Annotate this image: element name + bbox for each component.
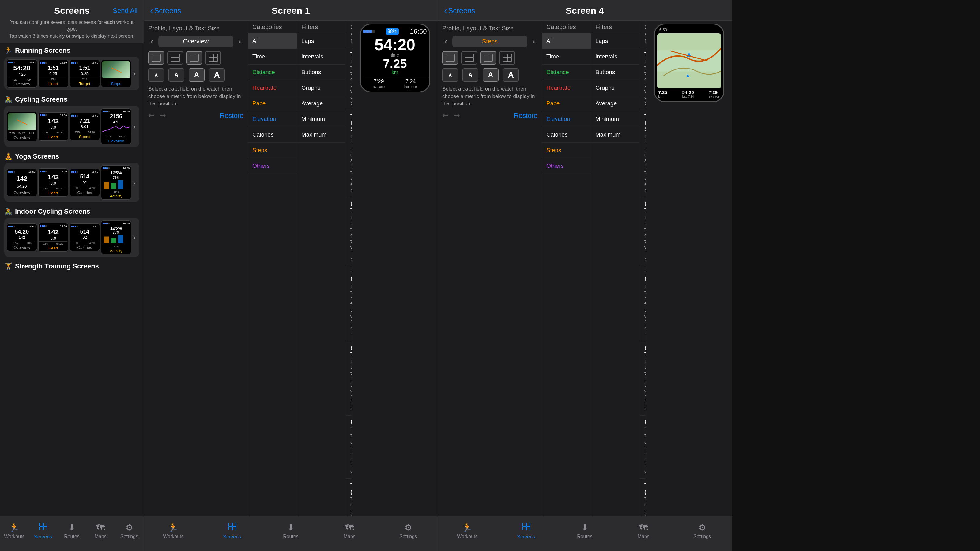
metric-time-seconds[interactable]: TIME IN SECONDS The total number of seco… — [346, 110, 352, 197]
p3-cat-all[interactable]: All — [542, 33, 591, 49]
p3-cat-calories[interactable]: Calories — [542, 127, 591, 143]
cycling-screen-overview[interactable]: 7.2554:207.21 Overview — [7, 112, 37, 141]
cat-others[interactable]: Others — [248, 158, 297, 174]
p3-metric-time[interactable]: TIME The total time of the workout, excl… — [640, 48, 646, 110]
p3-filter-laps[interactable]: Laps — [591, 33, 640, 49]
p3-cat-others[interactable]: Others — [542, 158, 591, 174]
cat-steps[interactable]: Steps — [248, 143, 297, 158]
cat-calories[interactable]: Calories — [248, 127, 297, 143]
layout-next-button[interactable]: › — [236, 35, 243, 48]
metric-finish-time[interactable]: FINISH TIME The estimated finish time fo… — [346, 416, 352, 479]
p3-redo-button[interactable]: ↪ — [453, 111, 460, 120]
p3-restore-button[interactable]: Restore — [514, 112, 538, 120]
layout-current-label[interactable]: Overview — [158, 35, 234, 48]
filter-intervals[interactable]: Intervals — [297, 49, 346, 65]
p2-nav-maps[interactable]: 🗺 Maps — [337, 522, 362, 539]
p3-filter-minimum[interactable]: Minimum — [591, 111, 640, 127]
filter-average[interactable]: Average — [297, 96, 346, 111]
p3-text-size-lg[interactable]: A — [503, 68, 519, 82]
text-size-xs[interactable]: A — [148, 68, 164, 82]
p2-nav-screens[interactable]: Screens — [220, 522, 244, 540]
p3-metric-time-remaining[interactable]: TIME REMAINING The time remaining for th… — [640, 266, 646, 341]
filter-maximum[interactable]: Maximum — [297, 127, 346, 143]
cycling-screen-elevation[interactable]: 16:50 2156 473 7'2554:20 Elevation — [101, 108, 131, 144]
p3-filter-graphs[interactable]: Graphs — [591, 80, 640, 96]
p3-layout-current-label[interactable]: Steps — [452, 35, 528, 48]
text-size-lg[interactable]: A — [209, 68, 225, 82]
layout-icon-landscape[interactable] — [167, 51, 183, 65]
p3-metric-time-hhmm[interactable]: TIME (HH:MM) The current time (in Hours … — [640, 479, 646, 516]
yoga-screen-heart[interactable]: 16:50 142 3.0 15654:20 Heart — [38, 168, 68, 197]
p3-layout-icon-dual[interactable] — [480, 51, 496, 65]
running-screen-heart[interactable]: 16:50 1:51 0.25 7'24 Heart — [38, 60, 68, 87]
p3-nav-screens[interactable]: Screens — [514, 522, 538, 540]
p2-nav-workouts[interactable]: 🏃 Workouts — [161, 522, 186, 539]
nav-routes[interactable]: ⬇ Routes — [59, 522, 84, 539]
p3-filter-buttons[interactable]: Buttons — [591, 65, 640, 80]
text-size-md[interactable]: A — [189, 68, 205, 82]
indoor-cycling-screen-activity[interactable]: 16:50 125% 75% 33% Activity — [101, 221, 131, 255]
p3-metric-elapsed-time[interactable]: ELAPSED TIME The total time of the worko… — [640, 197, 646, 266]
p3-layout-next-button[interactable]: › — [530, 35, 538, 48]
p3-cat-distance[interactable]: Distance — [542, 65, 591, 80]
running-screen-target[interactable]: 16:50 1:51 0.25 7'24 Target — [70, 60, 100, 87]
p3-cat-time[interactable]: Time — [542, 49, 591, 65]
metric-estimated-time[interactable]: ESTIMATED TIME The total time for the wo… — [346, 341, 352, 416]
cycling-screen-speed[interactable]: 16:50 7.21 8.01 7'2554:20 Speed — [70, 113, 100, 140]
p3-cat-steps[interactable]: Steps — [542, 143, 591, 158]
p3-metric-time-seconds[interactable]: TIME IN SECONDS The total number of seco… — [640, 110, 646, 197]
p3-nav-routes[interactable]: ⬇ Routes — [573, 522, 597, 539]
p3-nav-maps[interactable]: 🗺 Maps — [631, 522, 656, 539]
p3-nav-workouts[interactable]: 🏃 Workouts — [455, 522, 480, 539]
panel2-back-button[interactable]: ‹ Screens — [150, 6, 181, 16]
filter-graphs[interactable]: Graphs — [297, 80, 346, 96]
cat-elevation[interactable]: Elevation — [248, 111, 297, 127]
p3-metric-finish-time[interactable]: FINISH TIME The estimated finish time fo… — [640, 416, 646, 479]
panel3-back-button[interactable]: ‹ Screens — [444, 6, 475, 16]
p3-layout-icon-landscape[interactable] — [461, 51, 477, 65]
indoor-cycling-screen-calories[interactable]: 16:50 514 92 60654:20 Calories — [70, 224, 100, 251]
nav-settings[interactable]: ⚙ Settings — [117, 522, 142, 539]
yoga-chevron[interactable]: › — [132, 179, 137, 186]
p3-cat-pace[interactable]: Pace — [542, 96, 591, 111]
p3-filter-intervals[interactable]: Intervals — [591, 49, 640, 65]
nav-maps[interactable]: 🗺 Maps — [88, 522, 113, 539]
p2-nav-settings[interactable]: ⚙ Settings — [396, 522, 420, 539]
undo-button[interactable]: ↩ — [148, 111, 155, 120]
indoor-cycling-screen-overview[interactable]: 16:50 54:20 142 75%606 Overview — [7, 224, 37, 251]
restore-button[interactable]: Restore — [220, 112, 243, 120]
layout-prev-button[interactable]: ‹ — [148, 35, 156, 48]
p3-text-size-md[interactable]: A — [483, 68, 499, 82]
indoor-cycling-screen-heart[interactable]: 16:50 142 3.0 15654:20 Heart — [38, 223, 68, 251]
yoga-screen-overview[interactable]: 16:50 142 54:20 Overview — [7, 169, 37, 196]
p3-undo-button[interactable]: ↩ — [442, 111, 449, 120]
p3-metric-estimated-time[interactable]: ESTIMATED TIME The total time for the wo… — [640, 341, 646, 416]
cat-heartrate[interactable]: Heartrate — [248, 80, 297, 96]
text-size-sm[interactable]: A — [169, 68, 185, 82]
cycling-screen-heart[interactable]: 16:50 142 3.0 7'2554:20 Heart — [38, 112, 68, 140]
p3-text-size-xs[interactable]: A — [442, 68, 458, 82]
p3-filter-maximum[interactable]: Maximum — [591, 127, 640, 143]
yoga-screen-activity[interactable]: 16:50 125% 75% 33% Activity — [101, 165, 131, 200]
p3-text-size-sm[interactable]: A — [463, 68, 478, 82]
metric-elapsed-time[interactable]: ELAPSED TIME The total time of the worko… — [346, 197, 352, 266]
indoor-cycling-chevron[interactable]: › — [132, 234, 137, 241]
cat-time[interactable]: Time — [248, 49, 297, 65]
running-screen-overview[interactable]: 16:50 54:20 7.25 7'297'24 Overview — [7, 59, 37, 87]
metric-time[interactable]: TIME The total time of the workout, excl… — [346, 48, 352, 110]
running-screen-steps[interactable]: Steps — [101, 60, 131, 87]
layout-icon-dual[interactable] — [186, 51, 202, 65]
send-all-button[interactable]: Send All — [113, 7, 137, 15]
p3-layout-prev-button[interactable]: ‹ — [442, 35, 450, 48]
filter-laps[interactable]: Laps — [297, 33, 346, 49]
yoga-screen-calories[interactable]: 16:50 514 92 60654:20 Calories — [70, 169, 100, 196]
p3-layout-icon-single[interactable] — [442, 51, 458, 65]
running-chevron[interactable]: › — [132, 70, 137, 77]
cat-distance[interactable]: Distance — [248, 65, 297, 80]
nav-workouts[interactable]: 🏃 Workouts — [2, 522, 27, 539]
nav-screens[interactable]: Screens — [31, 522, 56, 540]
redo-button[interactable]: ↪ — [159, 111, 166, 120]
p3-filter-average[interactable]: Average — [591, 96, 640, 111]
cat-all[interactable]: All — [248, 33, 297, 49]
p2-nav-routes[interactable]: ⬇ Routes — [278, 522, 303, 539]
